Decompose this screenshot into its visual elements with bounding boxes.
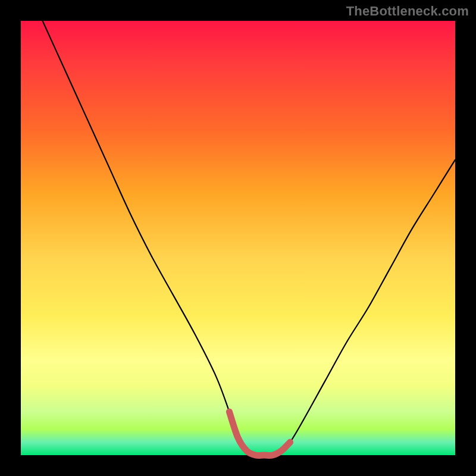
curve-layer <box>0 0 476 476</box>
chart-frame: TheBottleneck.com <box>0 0 476 476</box>
watermark-text: TheBottleneck.com <box>346 4 469 19</box>
optimal-range-highlight <box>229 412 290 456</box>
bottleneck-curve <box>43 21 456 456</box>
